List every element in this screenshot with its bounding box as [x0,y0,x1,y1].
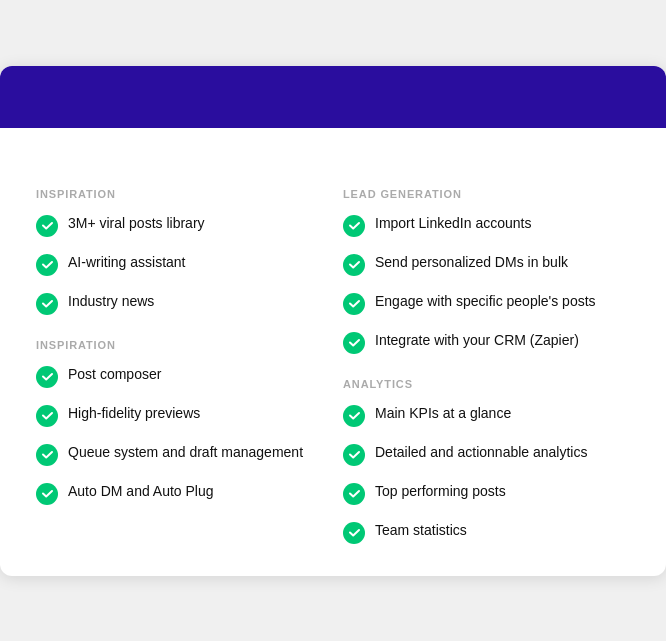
feature-item: AI-writing assistant [36,253,323,276]
feature-text: High-fidelity previews [68,404,200,424]
feature-item: Industry news [36,292,323,315]
section-label-right-col-0: LEAD GENERATION [343,188,630,200]
check-icon [343,254,365,276]
feature-item: Import LinkedIn accounts [343,214,630,237]
pricing-header [0,66,666,128]
check-icon [343,332,365,354]
feature-text: Industry news [68,292,154,312]
check-icon [36,483,58,505]
check-icon [343,405,365,427]
check-icon [36,215,58,237]
feature-text: Engage with specific people's posts [375,292,596,312]
check-icon [36,293,58,315]
pricing-card: INSPIRATION3M+ viral posts libraryAI-wri… [0,66,666,576]
check-icon [343,522,365,544]
feature-item: Detailed and actionnable analytics [343,443,630,466]
feature-text: Send personalized DMs in bulk [375,253,568,273]
feature-item: High-fidelity previews [36,404,323,427]
feature-text: Integrate with your CRM (Zapier) [375,331,579,351]
feature-item: Send personalized DMs in bulk [343,253,630,276]
feature-text: Main KPIs at a glance [375,404,511,424]
check-icon [343,215,365,237]
check-icon [343,444,365,466]
check-icon [36,444,58,466]
check-icon [343,483,365,505]
features-body: INSPIRATION3M+ viral posts libraryAI-wri… [0,128,666,576]
feature-text: Detailed and actionnable analytics [375,443,587,463]
feature-text: Team statistics [375,521,467,541]
check-icon [36,254,58,276]
section-label-left-col-1: INSPIRATION [36,339,323,351]
feature-item: Top performing posts [343,482,630,505]
feature-text: Import LinkedIn accounts [375,214,531,234]
check-icon [36,366,58,388]
feature-text: Auto DM and Auto Plug [68,482,214,502]
right-column: LEAD GENERATIONImport LinkedIn accountsS… [343,184,630,544]
feature-item: Main KPIs at a glance [343,404,630,427]
left-column: INSPIRATION3M+ viral posts libraryAI-wri… [36,184,323,544]
feature-item: Auto DM and Auto Plug [36,482,323,505]
feature-text: Top performing posts [375,482,506,502]
feature-item: Engage with specific people's posts [343,292,630,315]
section-label-left-col-0: INSPIRATION [36,188,323,200]
feature-text: AI-writing assistant [68,253,185,273]
check-icon [36,405,58,427]
feature-item: Queue system and draft management [36,443,323,466]
feature-text: 3M+ viral posts library [68,214,205,234]
section-label-right-col-1: ANALYTICS [343,378,630,390]
check-icon [343,293,365,315]
feature-item: Post composer [36,365,323,388]
feature-item: 3M+ viral posts library [36,214,323,237]
feature-item: Integrate with your CRM (Zapier) [343,331,630,354]
feature-text: Queue system and draft management [68,443,303,463]
feature-item: Team statistics [343,521,630,544]
features-columns: INSPIRATION3M+ viral posts libraryAI-wri… [36,184,630,544]
feature-text: Post composer [68,365,161,385]
